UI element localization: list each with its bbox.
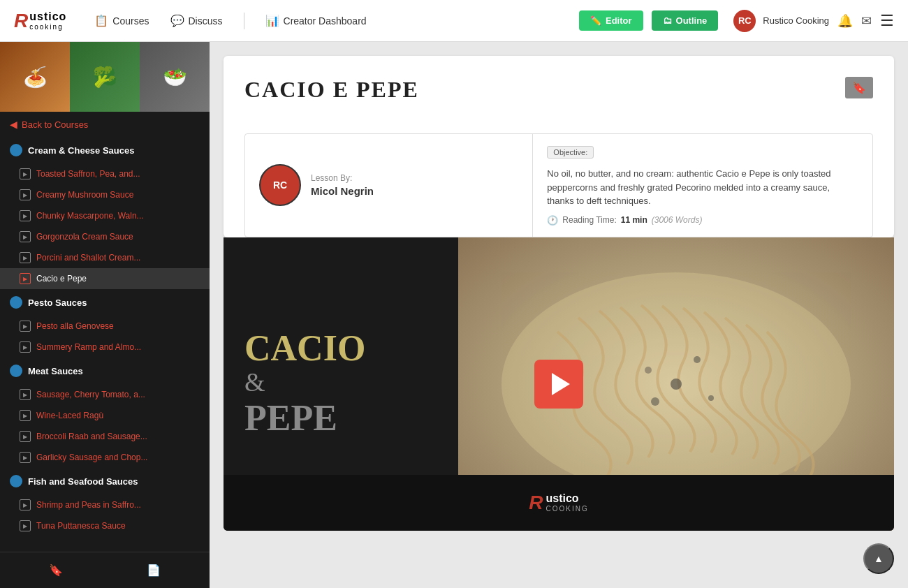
scroll-to-top-button[interactable]: ▲ xyxy=(863,543,894,574)
main-nav: 📋 Courses 💬 Discuss 📊 Creator Dashboard xyxy=(94,13,366,29)
sidebar-notes-icon[interactable]: 📄 xyxy=(142,559,165,581)
back-arrow-icon: ◀ xyxy=(10,119,17,130)
nav-dashboard-label: Creator Dashboard xyxy=(284,15,367,27)
nav-dashboard[interactable]: 📊 Creator Dashboard xyxy=(265,14,367,27)
section-fish[interactable]: Fish and Seafood Sauces xyxy=(0,468,210,494)
brand-name: ustico xyxy=(546,492,579,505)
logo-r-letter: R xyxy=(14,10,28,32)
nav-divider xyxy=(244,13,244,29)
word-count: (3006 Words) xyxy=(652,215,703,225)
lesson-item-active[interactable]: ▶ Cacio e Pepe xyxy=(0,268,210,289)
svg-point-5 xyxy=(645,367,652,374)
brand-sub: cooking xyxy=(546,505,589,513)
food-cell-1: 🍝 xyxy=(0,42,70,112)
logo-rustico: ustico xyxy=(29,10,66,23)
notification-icon[interactable]: 🔔 xyxy=(837,13,853,29)
section-title-fish: Fish and Seafood Sauces xyxy=(28,476,138,487)
lesson-item[interactable]: ▶ Porcini and Shallot Cream... xyxy=(0,247,210,268)
lesson-item[interactable]: ▶ Gorgonzola Cream Sauce xyxy=(0,226,210,247)
svg-point-1 xyxy=(671,378,682,390)
back-to-courses-link[interactable]: ◀ Back to Courses xyxy=(0,112,210,137)
lesson-video-icon: ▶ xyxy=(20,499,31,510)
sidebar: 🍝 🥦 🥗 ◀ Back to Courses Cream & Cheese S… xyxy=(0,42,210,588)
nav-discuss-label: Discuss xyxy=(189,15,223,27)
lesson-title-1: Toasted Saffron, Pea, and... xyxy=(36,169,140,179)
lesson-title-10: Wine-Laced Ragù xyxy=(36,411,103,420)
meta-instructor: RC Lesson By: Micol Negrin xyxy=(245,134,533,237)
video-brand-overlay: R ustico cooking xyxy=(224,475,894,531)
video-title-amp: & xyxy=(244,366,365,397)
sidebar-footer: 🔖 📄 xyxy=(0,552,210,588)
header-right: ✏️ Editor 🗂 Outline RC Rustico Cooking 🔔… xyxy=(579,10,894,32)
reading-time-value: 11 min xyxy=(621,215,647,225)
outline-label: Outline xyxy=(676,15,708,26)
lesson-item[interactable]: ▶ Wine-Laced Ragù xyxy=(0,405,210,426)
message-icon[interactable]: ✉ xyxy=(861,13,872,29)
lesson-meta: RC Lesson By: Micol Negrin Objective: No… xyxy=(244,133,873,237)
courses-icon: 📋 xyxy=(94,14,108,27)
lesson-title-4: Gorgonzola Cream Sauce xyxy=(36,232,133,242)
section-title-pesto: Pesto Sauces xyxy=(28,297,87,308)
video-overlay-text: CACIO & PEPE xyxy=(244,330,365,438)
lesson-item[interactable]: ▶ Creamy Mushroom Sauce xyxy=(0,184,210,205)
nav-discuss[interactable]: 💬 Discuss xyxy=(170,14,223,27)
section-dot-1 xyxy=(10,144,22,156)
header: R ustico cooking 📋 Courses 💬 Discuss 📊 C… xyxy=(0,0,908,42)
outline-button[interactable]: 🗂 Outline xyxy=(652,10,719,31)
video-block: CACIO & PEPE xyxy=(224,237,894,531)
back-to-courses-label: Back to Courses xyxy=(22,119,88,130)
lesson-video-icon: ▶ xyxy=(20,389,31,400)
user-name-label: Rustico Cooking xyxy=(763,15,829,26)
lesson-title-14: Tuna Puttanesca Sauce xyxy=(36,521,126,531)
nav-courses[interactable]: 📋 Courses xyxy=(94,14,149,27)
clock-icon: 🕐 xyxy=(547,215,558,226)
lesson-video-icon: ▶ xyxy=(20,252,31,263)
lesson-video-icon: ▶ xyxy=(20,520,31,531)
section-pesto[interactable]: Pesto Sauces xyxy=(0,289,210,316)
lesson-item[interactable]: ▶ Tuna Puttanesca Sauce xyxy=(0,515,210,536)
instructor-name: Micol Negrin xyxy=(311,185,374,197)
lesson-title-6: Cacio e Pepe xyxy=(36,274,87,284)
reading-time-label: Reading Time: xyxy=(562,215,616,225)
lesson-title-11: Broccoli Raab and Sausage... xyxy=(36,432,147,441)
instructor-label: Lesson By: xyxy=(311,173,374,183)
lesson-item[interactable]: ▶ Shrimp and Peas in Saffro... xyxy=(0,494,210,515)
lesson-title-main: Cacio e Pepe xyxy=(244,77,873,103)
video-title-line1: CACIO xyxy=(244,330,365,366)
section-title-meat: Meat Sauces xyxy=(28,366,83,376)
section-dot-2 xyxy=(10,296,22,309)
lesson-video-icon: ▶ xyxy=(20,452,31,463)
section-cream-cheese[interactable]: Cream & Cheese Sauces xyxy=(0,137,210,163)
play-triangle-icon xyxy=(552,373,570,395)
lesson-video-icon-active: ▶ xyxy=(20,273,31,284)
editor-label: Editor xyxy=(606,15,632,26)
lesson-card: 🔖 Cacio e Pepe RC Lesson By: Micol Negri… xyxy=(224,56,894,237)
food-grid: 🍝 🥦 🥗 xyxy=(0,42,210,112)
instructor-avatar: RC xyxy=(259,164,301,206)
food-cell-3: 🥗 xyxy=(140,42,210,112)
objective-badge: Objective: xyxy=(547,146,594,159)
objective-text: No oil, no butter, and no cream: authent… xyxy=(547,167,858,208)
lesson-item[interactable]: ▶ Chunky Mascarpone, Waln... xyxy=(0,205,210,226)
lesson-item[interactable]: ▶ Broccoli Raab and Sausage... xyxy=(0,426,210,447)
lesson-video-icon: ▶ xyxy=(20,410,31,421)
lesson-title-2: Creamy Mushroom Sauce xyxy=(36,190,133,200)
lesson-item[interactable]: ▶ Sausage, Cherry Tomato, a... xyxy=(0,384,210,405)
lesson-item[interactable]: ▶ Toasted Saffron, Pea, and... xyxy=(0,163,210,184)
svg-point-2 xyxy=(694,356,701,363)
menu-icon[interactable]: ☰ xyxy=(880,12,894,30)
lesson-item[interactable]: ▶ Garlicky Sausage and Chop... xyxy=(0,447,210,468)
lesson-title-8: Summery Ramp and Almo... xyxy=(36,342,141,352)
bookmark-button[interactable]: 🔖 xyxy=(845,77,873,98)
section-meat[interactable]: Meat Sauces xyxy=(0,358,210,384)
play-button[interactable] xyxy=(534,360,583,409)
reading-time: 🕐 Reading Time: 11 min (3006 Words) xyxy=(547,215,858,226)
lesson-item[interactable]: ▶ Pesto alla Genovese xyxy=(0,316,210,337)
sidebar-bookmark-icon[interactable]: 🔖 xyxy=(45,559,67,581)
lesson-title-7: Pesto alla Genovese xyxy=(36,321,114,331)
editor-button[interactable]: ✏️ Editor xyxy=(579,10,643,31)
svg-point-3 xyxy=(651,397,659,406)
lesson-item[interactable]: ▶ Summery Ramp and Almo... xyxy=(0,337,210,358)
logo-text: ustico cooking xyxy=(29,10,66,31)
brand-text-block: ustico cooking xyxy=(546,492,589,513)
